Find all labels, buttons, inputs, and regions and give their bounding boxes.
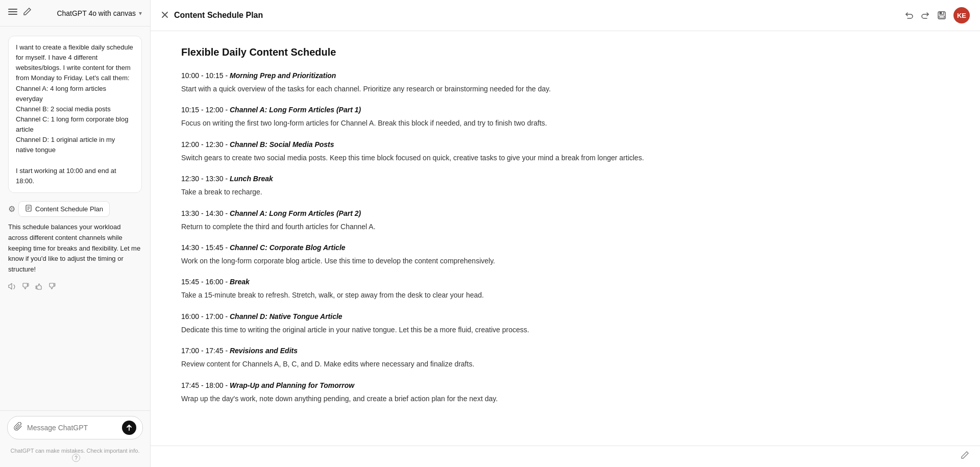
assistant-text: This schedule balances your workload acr…	[8, 222, 142, 275]
block-title: Revisions and Edits	[230, 347, 298, 355]
settings-row: ⚙ Content Schedule Plan	[8, 201, 142, 217]
speaker-icon[interactable]	[8, 282, 16, 292]
svg-rect-0	[8, 9, 17, 10]
block-time: 10:15 - 12:00	[181, 106, 224, 114]
block-title: Channel A: Long Form Articles (Part 1)	[230, 106, 361, 114]
block-description: Focus on writing the first two long-form…	[181, 117, 949, 129]
canvas-header-left: Content Schedule Plan	[161, 11, 263, 20]
sidebar-input-area	[0, 410, 150, 445]
svg-rect-11	[940, 12, 942, 14]
block-description: Switch gears to create two social media …	[181, 152, 949, 163]
block-heading: 12:30 - 13:30 - Lunch Break	[181, 174, 949, 184]
chevron-down-icon: ▾	[139, 10, 142, 17]
send-button[interactable]	[122, 421, 136, 435]
sidebar-header: ChatGPT 4o with canvas ▾	[0, 0, 150, 27]
schedule-block: 13:30 - 14:30 - Channel A: Long Form Art…	[181, 208, 949, 232]
redo-button[interactable]	[921, 11, 930, 20]
block-heading: 16:00 - 17:00 - Channel D: Native Tongue…	[181, 311, 949, 322]
block-heading: 15:45 - 16:00 - Break	[181, 277, 949, 287]
block-heading: 13:30 - 14:30 - Channel A: Long Form Art…	[181, 208, 949, 219]
block-title: Channel D: Native Tongue Article	[230, 312, 342, 321]
schedule-block: 17:45 - 18:00 - Wrap-Up and Planning for…	[181, 380, 949, 404]
schedule-blocks: 10:00 - 10:15 - Morning Prep and Priorit…	[181, 70, 949, 404]
block-title: Channel B: Social Media Posts	[230, 140, 334, 149]
svg-rect-12	[939, 16, 944, 18]
svg-rect-7	[28, 283, 29, 286]
block-heading: 17:45 - 18:00 - Wrap-Up and Planning for…	[181, 380, 949, 391]
block-title: Channel A: Long Form Articles (Part 2)	[230, 209, 361, 217]
edit-icon[interactable]	[22, 7, 32, 19]
canvas-content: Flexible Daily Content Schedule 10:00 - …	[151, 31, 980, 446]
sidebar-app-title[interactable]: ChatGPT 4o with canvas ▾	[57, 9, 142, 17]
save-button[interactable]	[937, 11, 946, 20]
block-description: Wrap up the day's work, note down anythi…	[181, 393, 949, 404]
schedule-block: 14:30 - 15:45 - Channel C: Corporate Blo…	[181, 242, 949, 266]
block-heading: 10:00 - 10:15 - Morning Prep and Priorit…	[181, 70, 949, 81]
schedule-block: 10:00 - 10:15 - Morning Prep and Priorit…	[181, 70, 949, 94]
canvas-doc-title: Content Schedule Plan	[174, 11, 263, 20]
block-time: 13:30 - 14:30	[181, 209, 224, 217]
undo-button[interactable]	[904, 11, 914, 20]
canvas-bottom-bar	[151, 446, 980, 467]
block-description: Start with a quick overview of the tasks…	[181, 83, 949, 94]
feedback-row	[8, 282, 142, 292]
block-time: 10:00 - 10:15	[181, 71, 224, 80]
schedule-block: 16:00 - 17:00 - Channel D: Native Tongue…	[181, 311, 949, 335]
block-time: 15:45 - 16:00	[181, 278, 224, 286]
block-heading: 12:00 - 12:30 - Channel B: Social Media …	[181, 139, 949, 150]
block-title: Break	[230, 278, 250, 286]
schedule-title: Flexible Daily Content Schedule	[181, 46, 949, 58]
thumbsup-icon[interactable]	[35, 282, 43, 292]
schedule-block: 15:45 - 16:00 - BreakTake a 15-minute br…	[181, 277, 949, 301]
canvas-header: Content Schedule Plan KE	[151, 0, 980, 31]
chat-messages: I want to create a flexible daily schedu…	[0, 27, 150, 410]
message-input-wrapper	[7, 416, 143, 439]
canvas-header-right: KE	[904, 7, 970, 23]
block-heading: 14:30 - 15:45 - Channel C: Corporate Blo…	[181, 242, 949, 253]
message-input[interactable]	[27, 424, 118, 432]
block-description: Return to complete the third and fourth …	[181, 221, 949, 232]
svg-rect-8	[36, 286, 37, 289]
block-description: Take a 15-minute break to refresh. Stret…	[181, 289, 949, 301]
block-time: 12:30 - 13:30	[181, 175, 224, 183]
user-message: I want to create a flexible daily schedu…	[8, 36, 142, 193]
schedule-block: 12:00 - 12:30 - Channel B: Social Media …	[181, 139, 949, 163]
block-title: Channel C: Corporate Blog Article	[230, 243, 346, 252]
schedule-block: 17:00 - 17:45 - Revisions and EditsRevie…	[181, 346, 949, 370]
avatar: KE	[953, 7, 970, 23]
sidebar-disclaimer: ChatGPT can make mistakes. Check importa…	[0, 445, 150, 467]
block-heading: 10:15 - 12:00 - Channel A: Long Form Art…	[181, 105, 949, 115]
assistant-section: ⚙ Content Schedule Plan This schedule ba…	[8, 201, 142, 297]
schedule-block: 12:30 - 13:30 - Lunch BreakTake a break …	[181, 174, 949, 198]
canvas-tab-label: Content Schedule Plan	[35, 205, 103, 213]
help-icon[interactable]: ?	[72, 454, 80, 462]
block-heading: 17:00 - 17:45 - Revisions and Edits	[181, 346, 949, 356]
edit-pencil-icon[interactable]	[960, 450, 970, 463]
sidebar: ChatGPT 4o with canvas ▾ I want to creat…	[0, 0, 151, 467]
canvas-tab[interactable]: Content Schedule Plan	[18, 201, 110, 217]
block-description: Dedicate this time to writing the origin…	[181, 324, 949, 335]
block-title: Lunch Break	[230, 175, 273, 183]
menu-icon[interactable]	[8, 7, 17, 19]
block-description: Take a break to recharge.	[181, 186, 949, 198]
close-button[interactable]	[161, 11, 169, 20]
block-description: Review content for Channels A, B, C, and…	[181, 358, 949, 370]
canvas-area: Content Schedule Plan KE Flexible Daily …	[151, 0, 980, 467]
svg-rect-9	[54, 283, 55, 286]
attach-icon[interactable]	[14, 422, 23, 434]
block-time: 12:00 - 12:30	[181, 140, 224, 149]
thumbsdown-alt-icon[interactable]	[21, 282, 30, 292]
svg-rect-1	[8, 11, 17, 12]
block-time: 14:30 - 15:45	[181, 243, 224, 252]
document-icon	[25, 205, 32, 213]
thumbsdown-icon[interactable]	[48, 282, 56, 292]
schedule-block: 10:15 - 12:00 - Channel A: Long Form Art…	[181, 105, 949, 129]
block-description: Work on the long-form corporate blog art…	[181, 255, 949, 266]
svg-rect-2	[8, 14, 17, 15]
block-title: Morning Prep and Prioritization	[230, 71, 336, 80]
block-time: 17:45 - 18:00	[181, 381, 224, 389]
block-time: 16:00 - 17:00	[181, 312, 224, 321]
block-time: 17:00 - 17:45	[181, 347, 224, 355]
settings-icon[interactable]: ⚙	[8, 204, 15, 214]
block-title: Wrap-Up and Planning for Tomorrow	[230, 381, 354, 389]
